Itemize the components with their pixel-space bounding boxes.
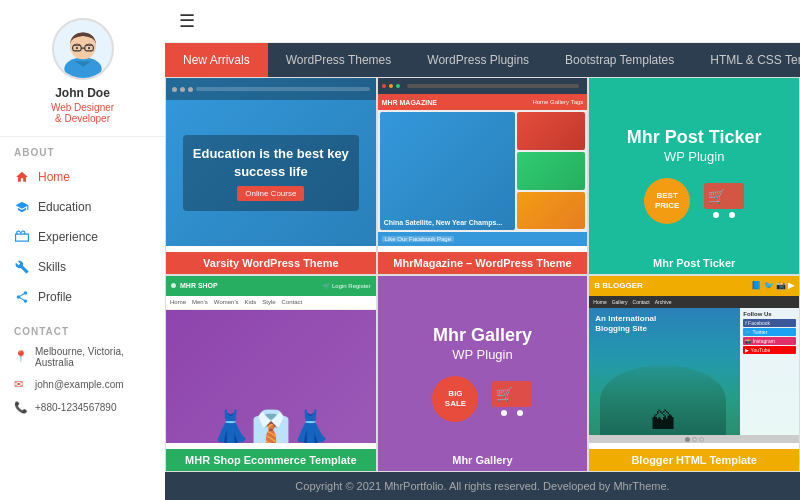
about-section-title: ABOUT — [0, 137, 165, 162]
gallery-subtitle: WP Plugin — [452, 347, 512, 362]
profile-title: Web Designer& Developer — [51, 102, 114, 124]
shop-header: MHR SHOP 🛒 Login Register — [166, 276, 376, 296]
education-icon — [14, 199, 30, 215]
nav-label-skills: Skills — [38, 260, 66, 274]
post-ticker-subtitle: WP Plugin — [664, 149, 724, 164]
svg-text:🛒: 🛒 — [708, 188, 726, 205]
footer-text: Copyright © 2021 MhrPortfolio. All right… — [295, 480, 669, 492]
svg-point-0 — [64, 57, 101, 78]
nav-label-home: Home — [38, 170, 70, 184]
tab-wordpress-plugins[interactable]: WordPress Plugins — [409, 43, 547, 77]
blogger-body: An InternationalBlogging Site 🏔 Follow U… — [589, 308, 799, 436]
footer: Copyright © 2021 MhrPortfolio. All right… — [165, 472, 800, 500]
contact-location-text: Melbourne, Victoria, Australia — [35, 346, 151, 368]
profile-name: John Doe — [55, 86, 110, 102]
svg-point-6 — [87, 47, 89, 49]
blogger-label: Blogger HTML Template — [589, 449, 799, 471]
magazine-label: MhrMagazine – WordPress Theme — [378, 252, 588, 274]
best-price-badge: BEST PRICE — [644, 178, 690, 224]
contact-phone: 📞 +880-1234567890 — [0, 396, 165, 419]
shop-body: 👗👔👗 — [166, 310, 376, 444]
sidebar-item-profile[interactable]: Profile — [0, 282, 165, 312]
content-grid: Education is the best keysuccess life On… — [165, 77, 800, 472]
shop-label: MHR Shop Ecommerce Template — [166, 449, 376, 471]
varsity-browser-bar — [166, 78, 376, 100]
blogger-sidebar: Follow Us f Facebook 🐦 Twitter 📸 Instagr… — [740, 308, 799, 436]
sidebar-item-experience[interactable]: Experience — [0, 222, 165, 252]
post-ticker-title: Mhr Post Ticker — [627, 127, 762, 149]
home-icon — [14, 169, 30, 185]
svg-point-5 — [75, 47, 77, 49]
shop-card[interactable]: MHR SHOP 🛒 Login Register Home Men's Wom… — [165, 275, 377, 473]
varsity-preview: Education is the best keysuccess life On… — [166, 78, 376, 246]
experience-icon — [14, 229, 30, 245]
magazine-preview: MHR MAGAZINE Home Gallery Tags China Sat… — [378, 78, 588, 246]
svg-point-10 — [729, 212, 735, 218]
tab-new-arrivals[interactable]: New Arrivals — [165, 43, 268, 77]
contact-location: 📍 Melbourne, Victoria, Australia — [0, 341, 165, 373]
browser-dot — [172, 87, 177, 92]
shop-bg: MHR SHOP 🛒 Login Register Home Men's Wom… — [166, 276, 376, 444]
contact-section-title: CONTACT — [0, 316, 165, 341]
sidebar-item-home[interactable]: Home — [0, 162, 165, 192]
gallery-label: Mhr Gallery — [378, 449, 588, 471]
sidebar-item-education[interactable]: Education — [0, 192, 165, 222]
shop-image: 👗👔👗 — [166, 310, 376, 444]
sidebar: John Doe Web Designer& Developer ABOUT H… — [0, 0, 165, 500]
gallery-card[interactable]: Mhr Gallery WP Plugin BIG SALE 🛒 Mhr Gal… — [377, 275, 589, 473]
nav-label-education: Education — [38, 200, 91, 214]
avatar — [52, 18, 114, 80]
skills-icon — [14, 259, 30, 275]
big-sale-badge: BIG SALE — [432, 376, 478, 422]
blogger-header: B BLOGGER 📘 🐦 📸 ▶ — [589, 276, 799, 296]
tab-wordpress-themes[interactable]: WordPress Themes — [268, 43, 410, 77]
blogger-preview: B BLOGGER 📘 🐦 📸 ▶ Home Gallery Contact A… — [589, 276, 799, 444]
nav-label-profile: Profile — [38, 290, 72, 304]
tab-bootstrap-templates[interactable]: Bootstrap Templates — [547, 43, 692, 77]
location-icon: 📍 — [14, 350, 28, 363]
contact-phone-text: +880-1234567890 — [35, 402, 116, 413]
shop-preview: MHR SHOP 🛒 Login Register Home Men's Wom… — [166, 276, 376, 444]
phone-icon: 📞 — [14, 401, 28, 414]
browser-address — [196, 87, 370, 91]
blogger-card[interactable]: B BLOGGER 📘 🐦 📸 ▶ Home Gallery Contact A… — [588, 275, 800, 473]
svg-point-9 — [713, 212, 719, 218]
blogger-bg: B BLOGGER 📘 🐦 📸 ▶ Home Gallery Contact A… — [589, 276, 799, 444]
svg-point-13 — [501, 410, 507, 416]
contact-email-text: john@example.com — [35, 379, 124, 390]
varsity-card[interactable]: Education is the best keysuccess life On… — [165, 77, 377, 275]
browser-dot — [188, 87, 193, 92]
gallery-badges: BIG SALE 🛒 — [432, 376, 532, 422]
nav-tabs: New Arrivals WordPress Themes WordPress … — [165, 43, 800, 77]
browser-dot — [180, 87, 185, 92]
nav-label-experience: Experience — [38, 230, 98, 244]
gallery-cart-icon: 🛒 — [492, 381, 532, 417]
shop-nav: Home Men's Women's Kids Style Contact — [166, 296, 376, 310]
profile-section: John Doe Web Designer& Developer — [0, 0, 165, 137]
main-content: ☰ New Arrivals WordPress Themes WordPres… — [165, 0, 800, 500]
svg-text:🛒: 🛒 — [496, 386, 514, 403]
profile-icon — [14, 289, 30, 305]
gallery-title: Mhr Gallery — [433, 325, 532, 347]
email-icon: ✉ — [14, 378, 28, 391]
post-ticker-card[interactable]: Mhr Post Ticker WP Plugin BEST PRICE 🛒 M… — [588, 77, 800, 275]
svg-point-14 — [517, 410, 523, 416]
varsity-bg: Education is the best keysuccess life On… — [166, 78, 376, 246]
plugin-badges: BEST PRICE 🛒 — [644, 178, 744, 224]
magazine-card[interactable]: MHR MAGAZINE Home Gallery Tags China Sat… — [377, 77, 589, 275]
blogger-nav: Home Gallery Contact Archive — [589, 296, 799, 308]
varsity-text: Education is the best keysuccess life — [193, 145, 349, 181]
hamburger-button[interactable]: ☰ — [179, 10, 195, 32]
sidebar-item-skills[interactable]: Skills — [0, 252, 165, 282]
post-ticker-label: Mhr Post Ticker — [589, 252, 799, 274]
tab-html-css-templates[interactable]: HTML & CSS Templates — [692, 43, 800, 77]
topbar: ☰ — [165, 0, 800, 43]
blogger-dots — [589, 435, 799, 443]
varsity-button: Online Course — [237, 186, 304, 201]
cart-icon: 🛒 — [704, 183, 744, 219]
varsity-label: Varsity WordPress Theme — [166, 252, 376, 274]
contact-email: ✉ john@example.com — [0, 373, 165, 396]
